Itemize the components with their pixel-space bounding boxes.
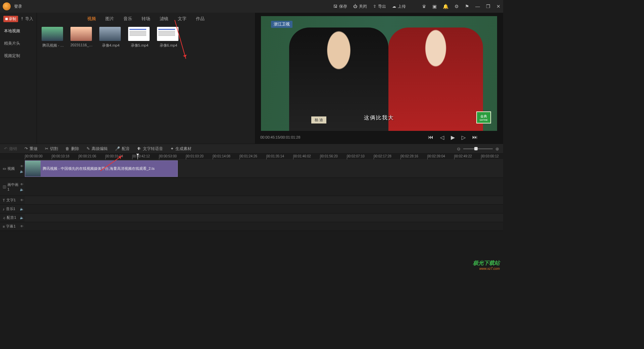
vip-crown-icon[interactable]: ♛ — [422, 4, 426, 9]
cut-button[interactable]: ✂切割 — [45, 146, 58, 152]
ruler-tick: 00:00:21:06 — [78, 154, 105, 159]
tab-works[interactable]: 作品 — [196, 16, 205, 22]
preview-nametag: 杨 迪 — [311, 116, 326, 123]
zoom-out-icon[interactable]: ⊖ — [457, 146, 461, 151]
media-thumb-row: 腾讯视频 - … 20231116_131… 录像4.mp4 录像5.mp4 录… — [37, 25, 255, 50]
eye-icon[interactable]: 👁 — [20, 183, 23, 186]
timeline-ruler[interactable]: 00:00:00:0000:00:10:1800:00:21:0600:00:3… — [25, 154, 503, 160]
record-button[interactable]: 录制 — [3, 16, 18, 22]
skip-start-icon[interactable]: ⏮ — [428, 134, 433, 141]
track-pip: ◫画中画1 👁🔈 — [0, 178, 503, 196]
track-controls: 🔈 — [19, 205, 25, 213]
ruler-tick: 00:01:14:08 — [213, 154, 239, 159]
sidebar-item-custom[interactable]: 视频定制 — [0, 50, 37, 62]
voiceover-button[interactable]: 🎤配音 — [115, 146, 130, 152]
speaker-icon[interactable]: 🔈 — [20, 188, 24, 191]
microphone-icon: 🎤 — [115, 146, 120, 151]
track-body-pip[interactable] — [25, 178, 503, 196]
import-button[interactable]: ⭱导入 — [20, 16, 33, 22]
media-thumb[interactable]: 录像4.mp4 — [99, 27, 122, 48]
track-body-dub[interactable] — [25, 213, 503, 222]
thumb-caption: 录像6.mp4 — [157, 43, 180, 48]
eye-icon[interactable]: 👁 — [20, 164, 23, 168]
export-button[interactable]: ⇪导出 — [373, 4, 386, 9]
step-back-icon[interactable]: ◁ — [440, 134, 444, 141]
login-link[interactable]: 登录 — [14, 4, 22, 9]
advanced-edit-button[interactable]: ✎高级编辑 — [87, 146, 108, 152]
speaker-icon[interactable]: 🔈 — [20, 169, 24, 173]
site-watermark: 极光下载站 www.xz7.com — [473, 260, 500, 270]
media-thumb[interactable]: 腾讯视频 - … — [42, 27, 64, 48]
media-thumb[interactable]: 录像6.mp4 — [157, 27, 180, 48]
tab-transition[interactable]: 转场 — [142, 16, 150, 22]
sidebar-item-intros[interactable]: 精美片头 — [0, 37, 37, 50]
ruler-tick: 00:02:49:22 — [454, 154, 481, 159]
sidebar-item-local-video[interactable]: 本地视频 — [0, 25, 37, 37]
track-label-pip: ◫画中画1 — [0, 178, 19, 196]
window-maximize-icon[interactable]: ❐ — [486, 4, 490, 9]
ruler-tick: 00:00:42:12 — [132, 154, 159, 159]
preview-figure-right — [388, 28, 483, 131]
record-label: 录制 — [9, 16, 16, 21]
step-forward-icon[interactable]: ▷ — [462, 134, 466, 141]
delete-button[interactable]: 🗑删除 — [65, 146, 79, 152]
edit-toolbar: ↶撤销 ↷重做 ✂切割 🗑删除 ✎高级编辑 🎤配音 🗣文字转语音 ✦生成素材 ⊖… — [0, 144, 503, 154]
speaker-icon[interactable]: 🔈 — [20, 216, 24, 219]
track-music: ♪音乐1 🔈 — [0, 205, 503, 213]
track-body-music[interactable] — [25, 205, 503, 213]
track-body-video[interactable]: 腾讯视频 - 中国领先的在线视频媒体平台,海量高清视频在线观看_2.ts — [25, 160, 503, 178]
track-controls: 👁 — [19, 196, 25, 204]
ruler-tick: 00:01:46:02 — [293, 154, 320, 159]
playhead[interactable] — [138, 154, 138, 160]
thumb-caption: 腾讯视频 - … — [42, 43, 64, 48]
pin-icon[interactable]: ⚑ — [465, 4, 469, 9]
redo-button[interactable]: ↷重做 — [24, 146, 38, 152]
cloud-upload-icon: ☁ — [392, 4, 396, 9]
speaker-icon[interactable]: 🔈 — [20, 207, 24, 211]
preview-viewport[interactable]: 浙江卫视 杨 迪 这俩比我大 金典SATINE — [261, 16, 497, 131]
window-close-icon[interactable]: ✕ — [496, 4, 500, 9]
titlebar-left: 登录 — [3, 2, 22, 10]
ruler-tick: 00:02:07:10 — [347, 154, 374, 159]
generate-asset-button[interactable]: ✦生成素材 — [170, 146, 192, 152]
tab-filter[interactable]: 滤镜 — [160, 16, 168, 22]
advedit-label: 高级编辑 — [92, 146, 108, 152]
zoom-in-icon[interactable]: ⊕ — [495, 146, 499, 151]
pip-label: 画中画1 — [7, 182, 19, 191]
ruler-tick: 00:00:00:00 — [25, 154, 52, 159]
track-controls: 🔈 — [19, 213, 25, 222]
tts-button[interactable]: 🗣文字转语音 — [137, 146, 163, 152]
timeline-clip[interactable]: 腾讯视频 - 中国领先的在线视频媒体平台,海量高清视频在线观看_2.ts — [25, 160, 178, 177]
zoom-knob[interactable] — [474, 147, 478, 150]
skip-end-icon[interactable]: ⏭ — [472, 134, 478, 141]
track-body-text[interactable] — [25, 196, 503, 204]
tab-image[interactable]: 图片 — [105, 16, 114, 22]
eye-icon[interactable]: 👁 — [20, 198, 23, 202]
upload-button[interactable]: ☁上传 — [392, 4, 406, 9]
clip-title: 腾讯视频 - 中国领先的在线视频媒体平台,海量高清视频在线观看_2.ts — [41, 166, 155, 171]
bell-icon[interactable]: 🔔 — [443, 4, 448, 9]
track-body-caption[interactable] — [25, 222, 503, 231]
close-project-button[interactable]: ⏻关闭 — [353, 4, 367, 9]
track-controls: 👁🔈 — [19, 160, 25, 178]
eye-icon[interactable]: 👁 — [20, 225, 23, 228]
undo-icon: ↶ — [4, 146, 7, 151]
save-button[interactable]: 🖫保存 — [333, 4, 347, 9]
close-label: 关闭 — [359, 4, 367, 9]
tab-music[interactable]: 音乐 — [123, 16, 132, 22]
track-controls: 👁 — [19, 222, 25, 231]
zoom-slider[interactable] — [463, 148, 493, 149]
record-dot-icon — [5, 18, 8, 20]
tab-text[interactable]: 文字 — [178, 16, 186, 22]
media-thumb[interactable]: 20231116_131… — [70, 27, 93, 48]
play-icon[interactable]: ▶ — [451, 134, 455, 141]
redo-label: 重做 — [30, 146, 38, 152]
media-thumb[interactable]: 录像5.mp4 — [128, 27, 151, 48]
undo-label: 撤销 — [9, 146, 17, 152]
screen-icon[interactable]: ▣ — [432, 4, 437, 9]
sponsor-badge: 金典SATINE — [476, 111, 491, 123]
settings-gear-icon[interactable]: ⚙ — [454, 4, 459, 9]
tab-video[interactable]: 视频 — [87, 16, 96, 22]
undo-button[interactable]: ↶撤销 — [4, 146, 17, 152]
window-minimize-icon[interactable]: — — [475, 4, 480, 9]
